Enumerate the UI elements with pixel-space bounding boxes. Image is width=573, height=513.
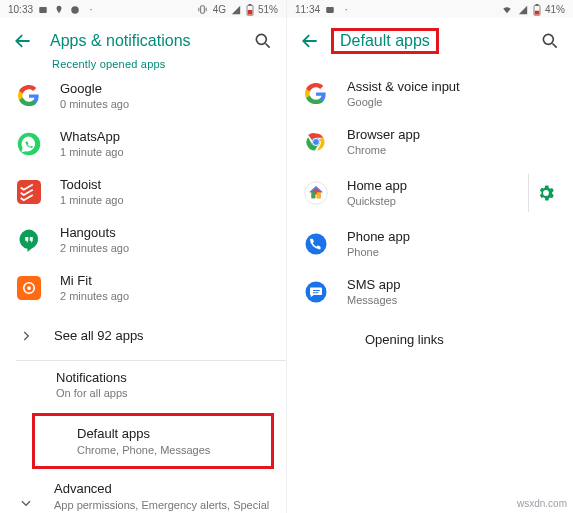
item-sub: Phone [347,246,557,259]
phone-icon [303,231,329,257]
app-row-hangouts[interactable]: Hangouts 2 minutes ago [0,216,286,264]
svg-rect-14 [535,4,538,6]
opening-links-row[interactable]: Opening links [287,316,573,364]
item-label: Phone app [347,229,557,245]
svg-rect-15 [535,10,540,14]
divider [528,174,529,212]
apps-and-notifications-pane: 10:33 · 4G [0,0,287,513]
notifications-sub: On for all apps [56,387,270,400]
phone-app-row[interactable]: Phone app Phone [287,220,573,268]
chevron-right-icon [16,326,36,346]
messages-icon [303,279,329,305]
app-sub: 1 minute ago [60,146,270,159]
item-sub: Quickstep [347,195,526,208]
watermark: wsxdn.com [517,498,567,509]
app-row-google[interactable]: Google 0 minutes ago [0,72,286,120]
wifi-icon [501,4,513,16]
search-button[interactable] [539,30,561,52]
app-label: WhatsApp [60,129,270,145]
default-apps-row[interactable]: Default apps Chrome, Phone, Messages [35,418,271,464]
status-bar-right: 11:34 · 41% [287,0,573,18]
notifications-label: Notifications [56,370,270,386]
default-apps-pane: 11:34 · 41% [287,0,573,513]
advanced-sub: App permissions, Emergency alerts, Speci… [54,499,270,513]
chevron-down-icon [16,493,36,513]
app-label: Todoist [60,177,270,193]
default-apps-label: Default apps [77,426,255,442]
svg-rect-2 [201,6,205,13]
home-icon [303,180,329,206]
clock: 11:34 [295,5,320,15]
see-all-apps[interactable]: See all 92 apps [0,312,286,360]
app-sub: 2 minutes ago [60,290,270,303]
chrome-icon [303,129,329,155]
vibrate-icon [197,4,209,16]
recently-opened-label: Recently opened apps [52,58,286,70]
signal-icon [230,4,242,16]
default-apps-sub: Chrome, Phone, Messages [77,444,255,457]
image-icon [324,4,336,16]
header-left: Apps & notifications [0,18,286,62]
notifications-row[interactable]: Notifications On for all apps [0,361,286,409]
app-row-todoist[interactable]: Todoist 1 minute ago [0,168,286,216]
signal-icon [517,4,529,16]
app-sub: 2 minutes ago [60,242,270,255]
svg-point-16 [543,34,553,44]
item-sub: Google [347,96,557,109]
battery-percent: 41% [545,5,565,15]
svg-point-11 [27,286,31,290]
item-label: SMS app [347,277,557,293]
item-label: Assist & voice input [347,79,557,95]
advanced-row[interactable]: Advanced App permissions, Emergency aler… [0,473,286,513]
clock: 10:33 [8,5,33,15]
assist-voice-row[interactable]: Assist & voice input Google [287,70,573,118]
header-right: Default apps [287,18,573,62]
app-label: Google [60,81,270,97]
google-icon [303,81,329,107]
hangouts-icon [16,227,42,253]
item-sub: Chrome [347,144,557,157]
item-label: Home app [347,178,526,194]
page-title: Default apps [331,28,439,54]
dot-icon: · [85,4,97,16]
svg-point-6 [256,34,266,44]
sms-app-row[interactable]: SMS app Messages [287,268,573,316]
svg-point-21 [306,234,327,255]
battery-percent: 51% [258,5,278,15]
battery-icon [246,4,254,16]
svg-rect-12 [326,7,334,13]
back-button[interactable] [12,30,34,52]
svg-rect-5 [248,10,253,15]
app-sub: 0 minutes ago [60,98,270,111]
home-app-row[interactable]: Home app Quickstep [287,166,573,220]
network-label: 4G [213,5,226,15]
mifit-icon [16,275,42,301]
app-label: Hangouts [60,225,270,241]
todoist-icon [16,179,42,205]
settings-gear-button[interactable] [535,182,557,204]
pin-icon [53,4,65,16]
advanced-label: Advanced [54,481,270,497]
back-button[interactable] [299,30,321,52]
battery-icon [533,4,541,16]
svg-point-1 [71,6,79,14]
app-row-mifit[interactable]: Mi Fit 2 minutes ago [0,264,286,312]
status-bar-left: 10:33 · 4G [0,0,286,18]
item-sub: Messages [347,294,557,307]
svg-rect-4 [248,4,251,6]
whatsapp-status-icon [69,4,81,16]
whatsapp-icon [16,131,42,157]
app-label: Mi Fit [60,273,270,289]
google-icon [16,83,42,109]
app-row-whatsapp[interactable]: WhatsApp 1 minute ago [0,120,286,168]
page-title: Apps & notifications [50,32,252,50]
default-apps-title-highlight: Default apps [331,32,539,50]
image-icon [37,4,49,16]
browser-app-row[interactable]: Browser app Chrome [287,118,573,166]
dot-icon: · [340,4,352,16]
opening-links-label: Opening links [365,332,557,348]
app-sub: 1 minute ago [60,194,270,207]
item-label: Browser app [347,127,557,143]
search-button[interactable] [252,30,274,52]
see-all-label: See all 92 apps [54,328,270,344]
